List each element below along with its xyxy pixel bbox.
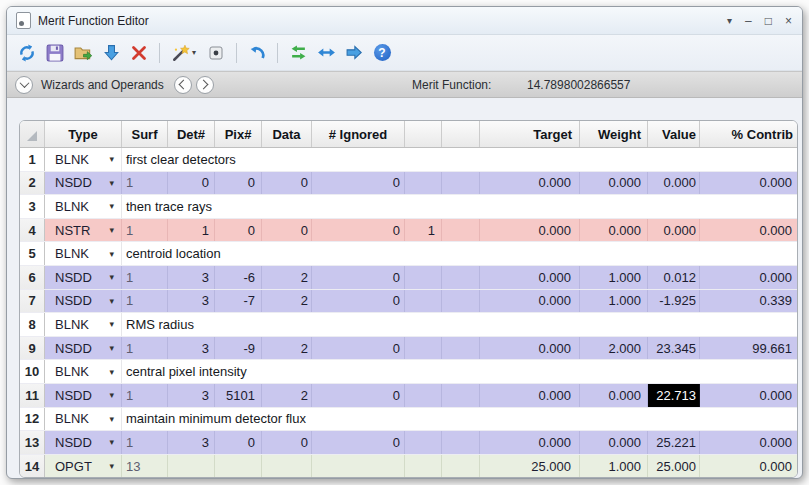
weight-cell[interactable]: 1.000 [580, 266, 648, 289]
x2-cell[interactable] [442, 455, 480, 478]
row-number[interactable]: 11 [20, 384, 45, 407]
type-dropdown-caret-icon[interactable]: ▾ [109, 154, 114, 164]
x2-cell[interactable] [442, 266, 480, 289]
value-cell[interactable]: 25.000 [648, 455, 700, 478]
type-dropdown-caret-icon[interactable]: ▾ [109, 201, 114, 211]
row-number[interactable]: 14 [20, 455, 45, 478]
x1-cell[interactable] [405, 172, 442, 195]
value-cell[interactable]: 23.345 [648, 337, 700, 360]
surf-cell[interactable]: 1 [122, 290, 168, 313]
x2-cell[interactable] [442, 172, 480, 195]
type-dropdown-caret-icon[interactable]: ▾ [109, 390, 114, 400]
comment-cell[interactable]: central pixel intensity [122, 360, 797, 383]
x1-cell[interactable] [405, 266, 442, 289]
maximize-button[interactable]: □ [765, 15, 772, 27]
x2-cell[interactable] [442, 219, 480, 242]
pix-cell[interactable]: 0 [215, 431, 262, 454]
comment-cell[interactable]: maintain minimum detector flux [122, 408, 797, 431]
target-cell[interactable]: 0.000 [480, 219, 580, 242]
data-cell[interactable]: 0 [262, 219, 312, 242]
data-cell[interactable]: 2 [262, 266, 312, 289]
x1-cell[interactable]: 1 [405, 219, 442, 242]
type-dropdown-caret-icon[interactable]: ▾ [109, 272, 114, 282]
det-cell[interactable] [168, 455, 215, 478]
update-button[interactable] [15, 40, 39, 66]
value-cell[interactable]: 0.000 [648, 172, 700, 195]
value-cell[interactable]: -1.925 [648, 290, 700, 313]
close-button[interactable]: × [785, 15, 792, 27]
contrib-cell[interactable]: 0.000 [700, 172, 797, 195]
target-cell[interactable]: 0.000 [480, 337, 580, 360]
target-cell[interactable]: 0.000 [480, 431, 580, 454]
window-menu-caret-icon[interactable]: ▾ [727, 16, 732, 26]
type-dropdown-caret-icon[interactable]: ▾ [109, 296, 114, 306]
type-cell[interactable]: NSDD▾ [45, 384, 122, 407]
ignored-cell[interactable]: 0 [312, 219, 405, 242]
pix-cell[interactable]: 0 [215, 172, 262, 195]
x1-cell[interactable] [405, 455, 442, 478]
det-cell[interactable]: 3 [168, 384, 215, 407]
type-dropdown-caret-icon[interactable]: ▾ [109, 437, 114, 447]
contrib-cell[interactable]: 0.000 [700, 431, 797, 454]
value-cell[interactable]: 0.000 [648, 219, 700, 242]
row-number[interactable]: 10 [20, 360, 45, 383]
weight-cell[interactable]: 1.000 [580, 290, 648, 313]
x2-cell[interactable] [442, 337, 480, 360]
surf-cell[interactable]: 1 [122, 384, 168, 407]
fit-columns-button[interactable] [314, 40, 338, 66]
ignored-cell[interactable]: 0 [312, 172, 405, 195]
det-cell[interactable]: 3 [168, 266, 215, 289]
det-cell[interactable]: 0 [168, 172, 215, 195]
contrib-cell[interactable]: 0.000 [700, 455, 797, 478]
type-cell[interactable]: BLNK▾ [45, 360, 122, 383]
type-cell[interactable]: OPGT▾ [45, 455, 122, 478]
row-number[interactable]: 1 [20, 148, 45, 171]
x2-cell[interactable] [442, 290, 480, 313]
ignored-cell[interactable]: 0 [312, 337, 405, 360]
surf-cell[interactable]: 1 [122, 266, 168, 289]
ignored-cell[interactable]: 0 [312, 431, 405, 454]
weight-cell[interactable]: 2.000 [580, 337, 648, 360]
type-cell[interactable]: NSTR▾ [45, 219, 122, 242]
weight-cell[interactable]: 0.000 [580, 431, 648, 454]
target-cell[interactable]: 0.000 [480, 172, 580, 195]
ignored-cell[interactable]: 0 [312, 266, 405, 289]
comment-cell[interactable]: centroid location [122, 242, 797, 265]
pix-cell[interactable]: -9 [215, 337, 262, 360]
type-cell[interactable]: NSDD▾ [45, 172, 122, 195]
type-cell[interactable]: BLNK▾ [45, 408, 122, 431]
type-cell[interactable]: NSDD▾ [45, 337, 122, 360]
go-forward-button[interactable] [342, 40, 366, 66]
pix-cell[interactable]: -6 [215, 266, 262, 289]
row-number[interactable]: 12 [20, 408, 45, 431]
value-cell[interactable]: 25.221 [648, 431, 700, 454]
row-number[interactable]: 2 [20, 172, 45, 195]
ignored-cell[interactable]: 0 [312, 290, 405, 313]
x2-cell[interactable] [442, 384, 480, 407]
row-number[interactable]: 4 [20, 219, 45, 242]
type-cell[interactable]: NSDD▾ [45, 266, 122, 289]
surf-cell[interactable]: 1 [122, 337, 168, 360]
row-number[interactable]: 8 [20, 313, 45, 336]
insert-operand-button[interactable] [99, 40, 123, 66]
title-bar[interactable]: Merit Function Editor ▾ – □ × [7, 7, 802, 35]
det-cell[interactable]: 3 [168, 337, 215, 360]
surf-cell[interactable]: 1 [122, 172, 168, 195]
target-cell[interactable]: 0.000 [480, 290, 580, 313]
pix-cell[interactable]: 5101 [215, 384, 262, 407]
value-cell[interactable]: 0.012 [648, 266, 700, 289]
type-dropdown-caret-icon[interactable]: ▾ [109, 367, 114, 377]
comment-cell[interactable]: RMS radius [122, 313, 797, 336]
weight-cell[interactable]: 0.000 [580, 384, 648, 407]
optimization-wizard-button[interactable]: ▾ [168, 40, 200, 66]
pix-cell[interactable]: -7 [215, 290, 262, 313]
load-button[interactable] [71, 40, 95, 66]
x2-cell[interactable] [442, 431, 480, 454]
type-dropdown-caret-icon[interactable]: ▾ [109, 414, 114, 424]
data-cell[interactable]: 2 [262, 290, 312, 313]
row-number[interactable]: 13 [20, 431, 45, 454]
surf-cell[interactable]: 13 [122, 455, 168, 478]
delete-operand-button[interactable] [127, 40, 151, 66]
weight-cell[interactable]: 0.000 [580, 219, 648, 242]
data-cell[interactable]: 2 [262, 384, 312, 407]
